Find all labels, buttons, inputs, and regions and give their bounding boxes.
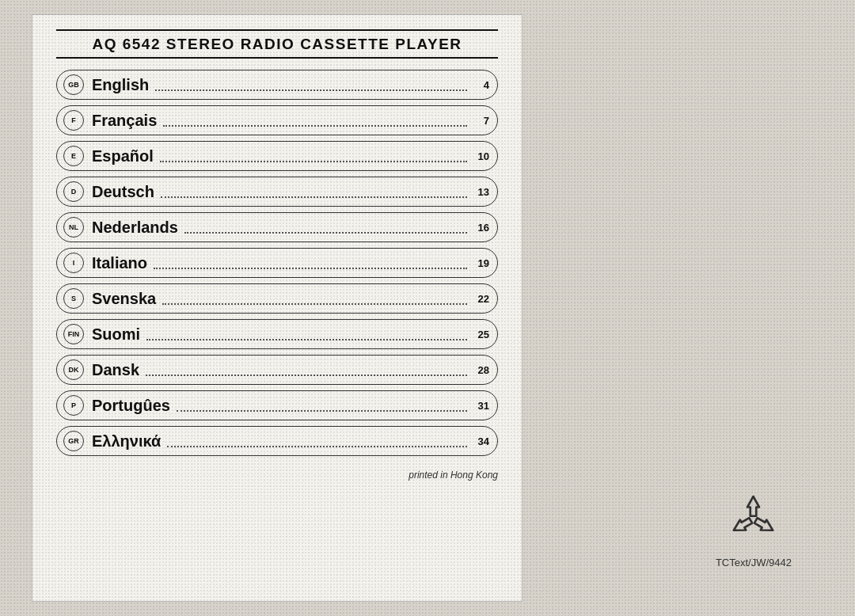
svg-marker-1 [753,515,776,535]
lang-badge-nl: NL [63,217,84,238]
recycle-icon [724,489,783,552]
recycle-code: TCText/JW/9442 [716,557,792,568]
lang-entry-d: DDeutsch13 [56,177,498,207]
lang-dots-9 [177,410,467,412]
svg-marker-2 [732,515,754,535]
lang-dots-0 [155,89,467,91]
lang-badge-f: F [63,110,84,131]
lang-page-5: 19 [473,257,489,269]
lang-badge-i: I [63,253,84,273]
lang-page-6: 22 [473,293,489,305]
lang-badge-d: D [63,181,84,202]
lang-badge-s: S [63,288,84,309]
lang-dots-7 [146,339,467,340]
lang-entry-dk: DKDansk28 [56,355,498,385]
lang-entry-e: EEspañol10 [56,141,498,171]
lang-name-7: Suomi [92,325,140,344]
lang-dots-2 [160,161,467,162]
lang-badge-p: P [63,395,84,416]
lang-page-7: 25 [473,329,489,340]
lang-entry-nl: NLNederlands16 [56,212,498,242]
lang-name-9: Portugûes [92,397,170,415]
lang-page-3: 13 [473,186,489,198]
lang-dots-5 [154,268,467,269]
lang-name-6: Svenska [92,290,156,308]
footer-row: printed in Hong Kong [56,470,498,481]
printed-text: printed in Hong Kong [408,470,498,481]
lang-name-10: Ελληνικά [92,432,161,451]
lang-badge-fin: FIN [63,324,84,344]
lang-entry-p: PPortugûes31 [56,390,498,420]
lang-page-8: 28 [473,364,489,376]
recycle-area: TCText/JW/9442 [716,489,792,568]
lang-entry-f: FFrançais7 [56,105,498,135]
lang-badge-dk: DK [63,359,84,380]
lang-name-2: Español [92,147,154,165]
svg-marker-0 [747,496,759,516]
lang-dots-4 [184,232,467,234]
lang-page-10: 34 [473,435,489,447]
lang-name-1: Français [92,112,157,130]
lang-name-8: Dansk [92,361,139,379]
lang-entry-gr: GRΕλληνικά34 [56,426,498,456]
lang-entry-i: IItaliano19 [56,248,498,278]
title-bar: AQ 6542 STEREO RADIO CASSETTE PLAYER [56,29,498,59]
language-list: GBEnglish4FFrançais7EEspañol10DDeutsch13… [56,70,498,462]
lang-dots-3 [161,196,467,198]
lang-badge-gb: GB [63,74,84,95]
lang-dots-10 [167,446,467,447]
lang-page-4: 16 [473,222,489,234]
lang-entry-s: SSvenska22 [56,283,498,314]
lang-badge-e: E [63,146,84,166]
lang-dots-6 [162,303,467,305]
lang-name-0: English [92,76,149,94]
document-title: AQ 6542 STEREO RADIO CASSETTE PLAYER [56,36,498,53]
lang-page-2: 10 [473,150,489,162]
lang-badge-gr: GR [63,431,84,451]
lang-entry-gb: GBEnglish4 [56,70,498,100]
lang-page-1: 7 [473,115,489,127]
lang-dots-1 [163,125,467,127]
lang-page-0: 4 [473,79,489,91]
lang-name-4: Nederlands [92,219,178,237]
lang-name-5: Italiano [92,254,147,272]
lang-entry-fin: FINSuomi25 [56,319,498,349]
lang-dots-8 [146,375,467,376]
lang-name-3: Deutsch [92,183,154,201]
lang-page-9: 31 [473,400,489,412]
document-container: AQ 6542 STEREO RADIO CASSETTE PLAYER GBE… [32,14,522,602]
